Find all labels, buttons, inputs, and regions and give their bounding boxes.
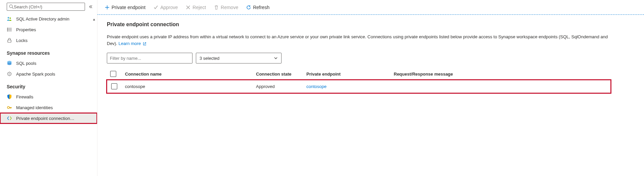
check-icon bbox=[154, 5, 158, 10]
sidebar-item-label: Managed identities bbox=[16, 105, 53, 110]
button-label: Remove bbox=[221, 5, 238, 10]
refresh-icon bbox=[246, 5, 251, 10]
sidebar-item-locks[interactable]: Locks bbox=[0, 35, 97, 46]
page-title: Private endpoint connection bbox=[107, 21, 635, 28]
svg-point-0 bbox=[9, 5, 12, 8]
lock-icon bbox=[7, 38, 12, 43]
people-icon bbox=[7, 16, 12, 21]
connections-table: Connection name Connection state Private… bbox=[107, 68, 611, 93]
svg-line-1 bbox=[12, 7, 13, 9]
sidebar-item-label: Locks bbox=[16, 38, 28, 43]
select-label: 3 selected bbox=[200, 56, 219, 61]
sidebar-item-label: SQL pools bbox=[16, 61, 36, 66]
collapse-sidebar-button[interactable] bbox=[88, 4, 93, 9]
toolbar: Private endpoint Approve Reject Remove R… bbox=[97, 0, 644, 15]
cell-connection-state: Approved bbox=[253, 80, 303, 93]
col-private-endpoint[interactable]: Private endpoint bbox=[303, 68, 390, 80]
cell-connection-name: contosope bbox=[122, 80, 253, 93]
table-row[interactable]: contosope Approved contosope bbox=[107, 80, 611, 93]
sidebar-item-label: SQL Active Directory admin bbox=[16, 16, 69, 21]
sidebar: ▲ SQL Active Directory admin Properties … bbox=[0, 0, 97, 176]
trash-icon bbox=[214, 5, 219, 10]
approve-button: Approve bbox=[150, 3, 181, 12]
svg-rect-10 bbox=[8, 40, 11, 42]
sidebar-section-synapse: Synapse resources bbox=[0, 46, 97, 58]
external-link-icon bbox=[143, 42, 146, 46]
svg-point-2 bbox=[8, 17, 9, 19]
svg-rect-6 bbox=[7, 29, 8, 30]
col-connection-name[interactable]: Connection name bbox=[122, 68, 253, 80]
svg-rect-8 bbox=[7, 31, 8, 31]
sidebar-item-label: Properties bbox=[16, 27, 36, 32]
pe-icon bbox=[7, 116, 12, 121]
row-checkbox[interactable] bbox=[111, 83, 117, 89]
svg-rect-4 bbox=[7, 28, 8, 29]
sidebar-item-private-endpoint-connections[interactable]: Private endpoint connection… bbox=[0, 113, 97, 124]
sidebar-nav: SQL Active Directory admin Properties Lo… bbox=[0, 13, 97, 176]
filter-by-name-input[interactable] bbox=[107, 53, 192, 63]
col-message[interactable]: Request/Response message bbox=[390, 68, 611, 80]
sqlpool-icon bbox=[7, 60, 12, 66]
private-endpoint-link[interactable]: contosope bbox=[306, 84, 327, 89]
filter-row: 3 selected bbox=[107, 53, 635, 63]
search-box[interactable] bbox=[7, 3, 85, 11]
state-filter-select[interactable]: 3 selected bbox=[196, 53, 282, 63]
svg-rect-7 bbox=[9, 29, 12, 30]
properties-icon bbox=[7, 27, 12, 32]
button-label: Refresh bbox=[253, 5, 269, 10]
refresh-button[interactable]: Refresh bbox=[243, 3, 273, 12]
chevron-down-icon bbox=[274, 56, 278, 60]
remove-button: Remove bbox=[211, 3, 242, 12]
sidebar-item-sql-pools[interactable]: SQL pools bbox=[0, 58, 97, 69]
sidebar-item-firewalls[interactable]: Firewalls bbox=[0, 91, 97, 102]
svg-point-12 bbox=[7, 61, 11, 63]
sidebar-item-label: Private endpoint connection… bbox=[16, 116, 74, 121]
select-all-checkbox[interactable] bbox=[110, 71, 116, 77]
svg-rect-5 bbox=[9, 28, 12, 29]
spark-icon bbox=[7, 71, 12, 77]
col-connection-state[interactable]: Connection state bbox=[253, 68, 303, 80]
description-text: Private endpoint uses a private IP addre… bbox=[107, 34, 608, 46]
table-header-row: Connection name Connection state Private… bbox=[107, 68, 611, 80]
sidebar-item-label: Firewalls bbox=[16, 94, 33, 99]
svg-point-3 bbox=[10, 17, 11, 19]
sidebar-item-managed-identities[interactable]: Managed identities bbox=[0, 102, 97, 113]
reject-button: Reject bbox=[182, 3, 209, 12]
cell-message bbox=[390, 80, 611, 93]
shield-icon bbox=[7, 94, 12, 99]
svg-point-14 bbox=[9, 74, 10, 75]
sidebar-item-sql-ad-admin[interactable]: SQL Active Directory admin bbox=[0, 13, 97, 24]
main-content: Private endpoint Approve Reject Remove R… bbox=[97, 0, 644, 176]
svg-point-15 bbox=[7, 106, 9, 108]
button-label: Approve bbox=[160, 5, 178, 10]
button-label: Reject bbox=[192, 5, 206, 10]
sidebar-item-label: Apache Spark pools bbox=[16, 72, 55, 77]
key-icon bbox=[7, 105, 12, 110]
sidebar-section-security: Security bbox=[0, 79, 97, 91]
search-icon bbox=[9, 4, 14, 9]
page-description: Private endpoint uses a private IP addre… bbox=[107, 34, 611, 47]
sidebar-item-spark-pools[interactable]: Apache Spark pools bbox=[0, 69, 97, 79]
search-input[interactable] bbox=[14, 4, 83, 9]
plus-icon bbox=[105, 5, 110, 10]
learn-more-link[interactable]: Learn more bbox=[119, 41, 146, 46]
sidebar-item-properties[interactable]: Properties bbox=[0, 24, 97, 35]
x-icon bbox=[186, 5, 190, 10]
search-bar bbox=[0, 0, 97, 13]
page-body: Private endpoint connection Private endp… bbox=[97, 15, 644, 100]
add-private-endpoint-button[interactable]: Private endpoint bbox=[101, 3, 149, 12]
button-label: Private endpoint bbox=[112, 5, 145, 10]
svg-rect-9 bbox=[9, 31, 12, 31]
